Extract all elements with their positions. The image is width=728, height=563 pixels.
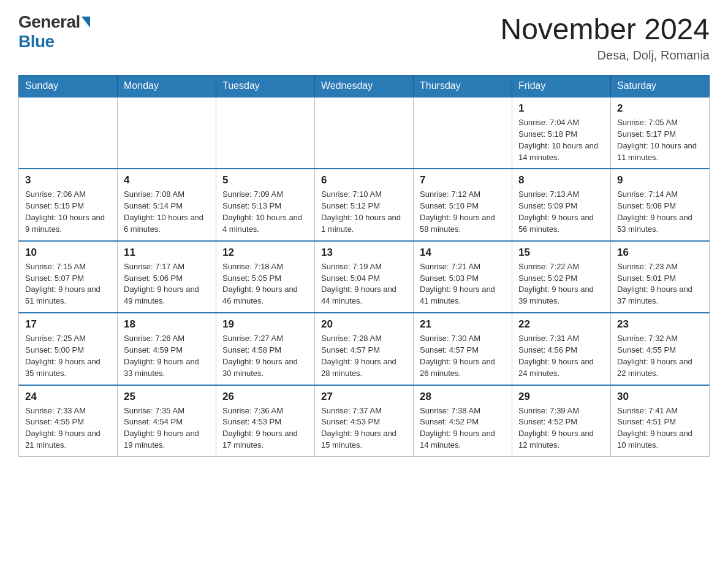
calendar-cell: 19Sunrise: 7:27 AM Sunset: 4:58 PM Dayli… [216, 313, 315, 385]
header-tuesday: Tuesday [216, 75, 315, 98]
day-info: Sunrise: 7:26 AM Sunset: 4:59 PM Dayligh… [124, 333, 210, 379]
month-year-title: November 2024 [500, 12, 710, 46]
calendar-cell: 8Sunrise: 7:13 AM Sunset: 5:09 PM Daylig… [512, 169, 611, 240]
calendar-cell: 25Sunrise: 7:35 AM Sunset: 4:54 PM Dayli… [118, 385, 216, 457]
logo-blue-text: Blue [18, 32, 55, 51]
day-number: 5 [222, 174, 308, 186]
calendar-cell [414, 97, 512, 169]
day-info: Sunrise: 7:41 AM Sunset: 4:51 PM Dayligh… [617, 405, 703, 451]
logo-arrow-icon [82, 17, 90, 28]
location-subtitle: Desa, Dolj, Romania [500, 48, 710, 63]
calendar-cell: 5Sunrise: 7:09 AM Sunset: 5:13 PM Daylig… [216, 169, 315, 240]
day-number: 26 [222, 391, 308, 403]
day-info: Sunrise: 7:30 AM Sunset: 4:57 PM Dayligh… [420, 333, 506, 379]
day-number: 14 [420, 247, 506, 259]
day-info: Sunrise: 7:18 AM Sunset: 5:05 PM Dayligh… [222, 261, 308, 307]
day-info: Sunrise: 7:04 AM Sunset: 5:18 PM Dayligh… [518, 117, 604, 163]
logo-general-text: General [18, 12, 80, 32]
day-info: Sunrise: 7:37 AM Sunset: 4:53 PM Dayligh… [321, 405, 407, 451]
day-number: 3 [25, 174, 111, 186]
day-info: Sunrise: 7:33 AM Sunset: 4:55 PM Dayligh… [25, 405, 111, 451]
day-info: Sunrise: 7:23 AM Sunset: 5:01 PM Dayligh… [617, 261, 703, 307]
calendar-cell: 22Sunrise: 7:31 AM Sunset: 4:56 PM Dayli… [512, 313, 611, 385]
calendar-cell: 24Sunrise: 7:33 AM Sunset: 4:55 PM Dayli… [19, 385, 118, 457]
day-info: Sunrise: 7:31 AM Sunset: 4:56 PM Dayligh… [518, 333, 604, 379]
day-number: 16 [617, 247, 703, 259]
day-number: 21 [420, 318, 506, 331]
header-thursday: Thursday [414, 75, 512, 98]
calendar-cell: 4Sunrise: 7:08 AM Sunset: 5:14 PM Daylig… [118, 169, 216, 240]
day-info: Sunrise: 7:22 AM Sunset: 5:02 PM Dayligh… [518, 261, 604, 307]
calendar-cell: 27Sunrise: 7:37 AM Sunset: 4:53 PM Dayli… [315, 385, 414, 457]
day-number: 19 [222, 318, 308, 331]
calendar-cell: 20Sunrise: 7:28 AM Sunset: 4:57 PM Dayli… [315, 313, 414, 385]
day-info: Sunrise: 7:09 AM Sunset: 5:13 PM Dayligh… [222, 189, 308, 235]
day-number: 6 [321, 174, 407, 186]
calendar-cell: 7Sunrise: 7:12 AM Sunset: 5:10 PM Daylig… [414, 169, 512, 240]
day-number: 4 [124, 174, 210, 186]
logo: General Blue [18, 12, 90, 52]
calendar-cell: 9Sunrise: 7:14 AM Sunset: 5:08 PM Daylig… [611, 169, 710, 240]
day-number: 2 [617, 102, 703, 115]
title-area: November 2024 Desa, Dolj, Romania [500, 12, 710, 63]
day-number: 28 [420, 391, 506, 403]
day-info: Sunrise: 7:14 AM Sunset: 5:08 PM Dayligh… [617, 189, 703, 235]
day-number: 7 [420, 174, 506, 186]
day-info: Sunrise: 7:17 AM Sunset: 5:06 PM Dayligh… [124, 261, 210, 307]
day-number: 23 [617, 318, 703, 331]
day-number: 20 [321, 318, 407, 331]
calendar-cell: 3Sunrise: 7:06 AM Sunset: 5:15 PM Daylig… [19, 169, 118, 240]
day-info: Sunrise: 7:36 AM Sunset: 4:53 PM Dayligh… [222, 405, 308, 451]
calendar-cell: 21Sunrise: 7:30 AM Sunset: 4:57 PM Dayli… [414, 313, 512, 385]
day-info: Sunrise: 7:12 AM Sunset: 5:10 PM Dayligh… [420, 189, 506, 235]
day-info: Sunrise: 7:10 AM Sunset: 5:12 PM Dayligh… [321, 189, 407, 235]
day-number: 1 [518, 102, 604, 115]
calendar-cell: 1Sunrise: 7:04 AM Sunset: 5:18 PM Daylig… [512, 97, 611, 169]
day-info: Sunrise: 7:27 AM Sunset: 4:58 PM Dayligh… [222, 333, 308, 379]
day-info: Sunrise: 7:28 AM Sunset: 4:57 PM Dayligh… [321, 333, 407, 379]
day-info: Sunrise: 7:21 AM Sunset: 5:03 PM Dayligh… [420, 261, 506, 307]
header-wednesday: Wednesday [315, 75, 414, 98]
calendar-cell: 23Sunrise: 7:32 AM Sunset: 4:55 PM Dayli… [611, 313, 710, 385]
calendar-cell: 10Sunrise: 7:15 AM Sunset: 5:07 PM Dayli… [19, 241, 118, 313]
day-info: Sunrise: 7:15 AM Sunset: 5:07 PM Dayligh… [25, 261, 111, 307]
calendar-cell [118, 97, 216, 169]
day-info: Sunrise: 7:06 AM Sunset: 5:15 PM Dayligh… [25, 189, 111, 235]
day-number: 11 [124, 247, 210, 259]
day-info: Sunrise: 7:35 AM Sunset: 4:54 PM Dayligh… [124, 405, 210, 451]
calendar-cell: 11Sunrise: 7:17 AM Sunset: 5:06 PM Dayli… [118, 241, 216, 313]
calendar-cell: 18Sunrise: 7:26 AM Sunset: 4:59 PM Dayli… [118, 313, 216, 385]
calendar-cell [216, 97, 315, 169]
day-info: Sunrise: 7:19 AM Sunset: 5:04 PM Dayligh… [321, 261, 407, 307]
week-row-3: 10Sunrise: 7:15 AM Sunset: 5:07 PM Dayli… [19, 241, 710, 313]
day-number: 8 [518, 174, 604, 186]
day-number: 24 [25, 391, 111, 403]
calendar-cell [315, 97, 414, 169]
day-info: Sunrise: 7:08 AM Sunset: 5:14 PM Dayligh… [124, 189, 210, 235]
day-info: Sunrise: 7:13 AM Sunset: 5:09 PM Dayligh… [518, 189, 604, 235]
calendar-cell: 16Sunrise: 7:23 AM Sunset: 5:01 PM Dayli… [611, 241, 710, 313]
calendar-cell: 13Sunrise: 7:19 AM Sunset: 5:04 PM Dayli… [315, 241, 414, 313]
calendar-cell: 14Sunrise: 7:21 AM Sunset: 5:03 PM Dayli… [414, 241, 512, 313]
calendar-cell: 2Sunrise: 7:05 AM Sunset: 5:17 PM Daylig… [611, 97, 710, 169]
day-number: 17 [25, 318, 111, 331]
week-row-5: 24Sunrise: 7:33 AM Sunset: 4:55 PM Dayli… [19, 385, 710, 457]
header-saturday: Saturday [611, 75, 710, 98]
calendar-cell [19, 97, 118, 169]
header-friday: Friday [512, 75, 611, 98]
calendar-cell: 26Sunrise: 7:36 AM Sunset: 4:53 PM Dayli… [216, 385, 315, 457]
week-row-1: 1Sunrise: 7:04 AM Sunset: 5:18 PM Daylig… [19, 97, 710, 169]
calendar-cell: 12Sunrise: 7:18 AM Sunset: 5:05 PM Dayli… [216, 241, 315, 313]
calendar-cell: 6Sunrise: 7:10 AM Sunset: 5:12 PM Daylig… [315, 169, 414, 240]
day-number: 30 [617, 391, 703, 403]
day-number: 12 [222, 247, 308, 259]
week-row-4: 17Sunrise: 7:25 AM Sunset: 5:00 PM Dayli… [19, 313, 710, 385]
weekday-header-row: Sunday Monday Tuesday Wednesday Thursday… [19, 75, 710, 98]
calendar-cell: 29Sunrise: 7:39 AM Sunset: 4:52 PM Dayli… [512, 385, 611, 457]
day-number: 25 [124, 391, 210, 403]
header-monday: Monday [118, 75, 216, 98]
calendar-table: Sunday Monday Tuesday Wednesday Thursday… [18, 75, 710, 457]
day-number: 9 [617, 174, 703, 186]
day-number: 10 [25, 247, 111, 259]
day-info: Sunrise: 7:25 AM Sunset: 5:00 PM Dayligh… [25, 333, 111, 379]
